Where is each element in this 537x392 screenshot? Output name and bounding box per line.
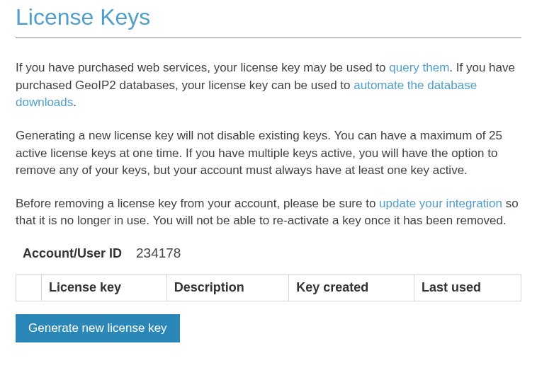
license-keys-table: License key Description Key created Last… <box>16 274 521 301</box>
col-blank <box>16 275 42 301</box>
intro-paragraph-3: Before removing a license key from your … <box>16 195 521 230</box>
account-row: Account/User ID 234178 <box>23 246 519 261</box>
intro-p1-after: . <box>73 96 77 109</box>
table-header-row: License key Description Key created Last… <box>16 275 521 301</box>
col-last-used: Last used <box>414 275 521 301</box>
page-title: License Keys <box>16 4 521 38</box>
col-description: Description <box>166 275 288 301</box>
intro-p3-before: Before removing a license key from your … <box>16 197 379 210</box>
account-id-label: Account/User ID <box>23 246 122 261</box>
intro-paragraph-1: If you have purchased web services, your… <box>16 59 521 112</box>
update-integration-link[interactable]: update your integration <box>379 197 502 210</box>
col-license-key: License key <box>42 275 167 301</box>
generate-license-key-button[interactable]: Generate new license key <box>16 314 180 342</box>
intro-paragraph-2: Generating a new license key will not di… <box>16 127 521 180</box>
intro-p1-before: If you have purchased web services, your… <box>16 61 389 74</box>
query-them-link[interactable]: query them <box>389 61 449 74</box>
col-key-created: Key created <box>289 275 414 301</box>
account-id-value: 234178 <box>136 246 181 261</box>
